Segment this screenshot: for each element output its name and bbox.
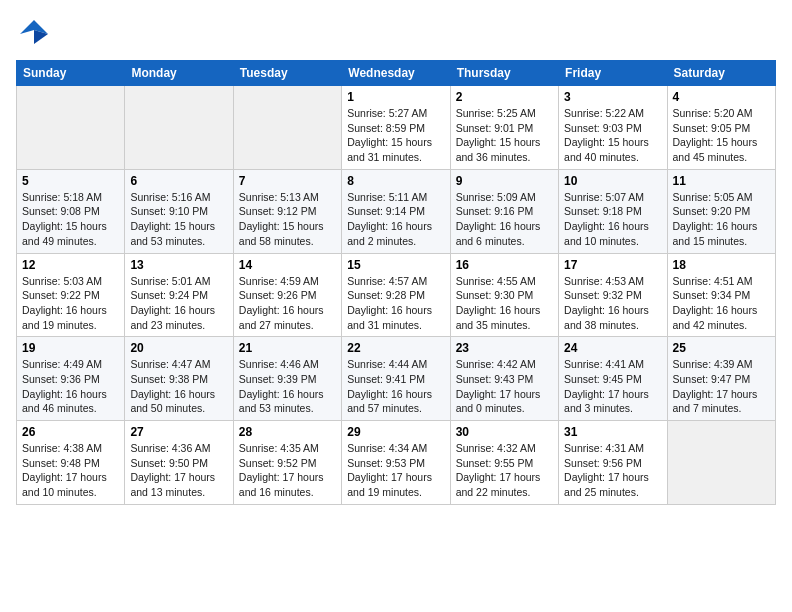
calendar-cell: 22Sunrise: 4:44 AM Sunset: 9:41 PM Dayli… bbox=[342, 337, 450, 421]
calendar-cell: 31Sunrise: 4:31 AM Sunset: 9:56 PM Dayli… bbox=[559, 421, 667, 505]
calendar-cell: 17Sunrise: 4:53 AM Sunset: 9:32 PM Dayli… bbox=[559, 253, 667, 337]
calendar-week-row: 5Sunrise: 5:18 AM Sunset: 9:08 PM Daylig… bbox=[17, 169, 776, 253]
day-content: Sunrise: 5:25 AM Sunset: 9:01 PM Dayligh… bbox=[456, 106, 553, 165]
day-content: Sunrise: 4:57 AM Sunset: 9:28 PM Dayligh… bbox=[347, 274, 444, 333]
day-number: 24 bbox=[564, 341, 661, 355]
calendar-cell: 24Sunrise: 4:41 AM Sunset: 9:45 PM Dayli… bbox=[559, 337, 667, 421]
day-number: 31 bbox=[564, 425, 661, 439]
calendar-cell: 29Sunrise: 4:34 AM Sunset: 9:53 PM Dayli… bbox=[342, 421, 450, 505]
day-content: Sunrise: 5:13 AM Sunset: 9:12 PM Dayligh… bbox=[239, 190, 336, 249]
day-content: Sunrise: 4:39 AM Sunset: 9:47 PM Dayligh… bbox=[673, 357, 770, 416]
day-content: Sunrise: 4:42 AM Sunset: 9:43 PM Dayligh… bbox=[456, 357, 553, 416]
day-number: 12 bbox=[22, 258, 119, 272]
calendar-cell bbox=[125, 86, 233, 170]
day-content: Sunrise: 4:55 AM Sunset: 9:30 PM Dayligh… bbox=[456, 274, 553, 333]
day-number: 6 bbox=[130, 174, 227, 188]
day-number: 22 bbox=[347, 341, 444, 355]
logo-icon bbox=[16, 16, 52, 52]
day-content: Sunrise: 5:11 AM Sunset: 9:14 PM Dayligh… bbox=[347, 190, 444, 249]
day-number: 7 bbox=[239, 174, 336, 188]
day-content: Sunrise: 5:03 AM Sunset: 9:22 PM Dayligh… bbox=[22, 274, 119, 333]
calendar-cell: 30Sunrise: 4:32 AM Sunset: 9:55 PM Dayli… bbox=[450, 421, 558, 505]
page-header bbox=[16, 16, 776, 52]
day-number: 30 bbox=[456, 425, 553, 439]
calendar-cell bbox=[17, 86, 125, 170]
calendar-cell: 26Sunrise: 4:38 AM Sunset: 9:48 PM Dayli… bbox=[17, 421, 125, 505]
calendar-week-row: 19Sunrise: 4:49 AM Sunset: 9:36 PM Dayli… bbox=[17, 337, 776, 421]
calendar-cell: 25Sunrise: 4:39 AM Sunset: 9:47 PM Dayli… bbox=[667, 337, 775, 421]
day-content: Sunrise: 4:49 AM Sunset: 9:36 PM Dayligh… bbox=[22, 357, 119, 416]
calendar-cell: 4Sunrise: 5:20 AM Sunset: 9:05 PM Daylig… bbox=[667, 86, 775, 170]
day-number: 3 bbox=[564, 90, 661, 104]
day-content: Sunrise: 4:41 AM Sunset: 9:45 PM Dayligh… bbox=[564, 357, 661, 416]
day-content: Sunrise: 5:05 AM Sunset: 9:20 PM Dayligh… bbox=[673, 190, 770, 249]
calendar-cell: 14Sunrise: 4:59 AM Sunset: 9:26 PM Dayli… bbox=[233, 253, 341, 337]
calendar-cell: 23Sunrise: 4:42 AM Sunset: 9:43 PM Dayli… bbox=[450, 337, 558, 421]
calendar-cell: 12Sunrise: 5:03 AM Sunset: 9:22 PM Dayli… bbox=[17, 253, 125, 337]
day-number: 8 bbox=[347, 174, 444, 188]
day-content: Sunrise: 4:34 AM Sunset: 9:53 PM Dayligh… bbox=[347, 441, 444, 500]
day-content: Sunrise: 4:46 AM Sunset: 9:39 PM Dayligh… bbox=[239, 357, 336, 416]
day-number: 15 bbox=[347, 258, 444, 272]
day-number: 25 bbox=[673, 341, 770, 355]
day-content: Sunrise: 5:07 AM Sunset: 9:18 PM Dayligh… bbox=[564, 190, 661, 249]
day-number: 2 bbox=[456, 90, 553, 104]
calendar-table: SundayMondayTuesdayWednesdayThursdayFrid… bbox=[16, 60, 776, 505]
day-number: 26 bbox=[22, 425, 119, 439]
day-number: 28 bbox=[239, 425, 336, 439]
day-header-thursday: Thursday bbox=[450, 61, 558, 86]
day-content: Sunrise: 4:38 AM Sunset: 9:48 PM Dayligh… bbox=[22, 441, 119, 500]
day-content: Sunrise: 4:35 AM Sunset: 9:52 PM Dayligh… bbox=[239, 441, 336, 500]
day-content: Sunrise: 4:47 AM Sunset: 9:38 PM Dayligh… bbox=[130, 357, 227, 416]
day-content: Sunrise: 4:51 AM Sunset: 9:34 PM Dayligh… bbox=[673, 274, 770, 333]
calendar-cell: 11Sunrise: 5:05 AM Sunset: 9:20 PM Dayli… bbox=[667, 169, 775, 253]
day-header-saturday: Saturday bbox=[667, 61, 775, 86]
day-content: Sunrise: 5:27 AM Sunset: 8:59 PM Dayligh… bbox=[347, 106, 444, 165]
day-content: Sunrise: 4:53 AM Sunset: 9:32 PM Dayligh… bbox=[564, 274, 661, 333]
day-header-tuesday: Tuesday bbox=[233, 61, 341, 86]
day-number: 16 bbox=[456, 258, 553, 272]
calendar-week-row: 1Sunrise: 5:27 AM Sunset: 8:59 PM Daylig… bbox=[17, 86, 776, 170]
day-number: 4 bbox=[673, 90, 770, 104]
calendar-cell bbox=[233, 86, 341, 170]
day-header-friday: Friday bbox=[559, 61, 667, 86]
day-content: Sunrise: 5:09 AM Sunset: 9:16 PM Dayligh… bbox=[456, 190, 553, 249]
calendar-cell: 1Sunrise: 5:27 AM Sunset: 8:59 PM Daylig… bbox=[342, 86, 450, 170]
day-content: Sunrise: 4:44 AM Sunset: 9:41 PM Dayligh… bbox=[347, 357, 444, 416]
calendar-cell bbox=[667, 421, 775, 505]
calendar-cell: 21Sunrise: 4:46 AM Sunset: 9:39 PM Dayli… bbox=[233, 337, 341, 421]
calendar-week-row: 26Sunrise: 4:38 AM Sunset: 9:48 PM Dayli… bbox=[17, 421, 776, 505]
calendar-cell: 15Sunrise: 4:57 AM Sunset: 9:28 PM Dayli… bbox=[342, 253, 450, 337]
day-number: 10 bbox=[564, 174, 661, 188]
calendar-cell: 6Sunrise: 5:16 AM Sunset: 9:10 PM Daylig… bbox=[125, 169, 233, 253]
calendar-cell: 16Sunrise: 4:55 AM Sunset: 9:30 PM Dayli… bbox=[450, 253, 558, 337]
calendar-cell: 3Sunrise: 5:22 AM Sunset: 9:03 PM Daylig… bbox=[559, 86, 667, 170]
day-number: 17 bbox=[564, 258, 661, 272]
day-number: 18 bbox=[673, 258, 770, 272]
day-content: Sunrise: 4:36 AM Sunset: 9:50 PM Dayligh… bbox=[130, 441, 227, 500]
day-header-monday: Monday bbox=[125, 61, 233, 86]
day-number: 20 bbox=[130, 341, 227, 355]
day-number: 9 bbox=[456, 174, 553, 188]
day-number: 5 bbox=[22, 174, 119, 188]
day-content: Sunrise: 4:31 AM Sunset: 9:56 PM Dayligh… bbox=[564, 441, 661, 500]
day-content: Sunrise: 5:01 AM Sunset: 9:24 PM Dayligh… bbox=[130, 274, 227, 333]
calendar-cell: 13Sunrise: 5:01 AM Sunset: 9:24 PM Dayli… bbox=[125, 253, 233, 337]
day-number: 14 bbox=[239, 258, 336, 272]
calendar-cell: 7Sunrise: 5:13 AM Sunset: 9:12 PM Daylig… bbox=[233, 169, 341, 253]
day-number: 11 bbox=[673, 174, 770, 188]
calendar-cell: 27Sunrise: 4:36 AM Sunset: 9:50 PM Dayli… bbox=[125, 421, 233, 505]
day-number: 19 bbox=[22, 341, 119, 355]
day-number: 27 bbox=[130, 425, 227, 439]
day-content: Sunrise: 4:59 AM Sunset: 9:26 PM Dayligh… bbox=[239, 274, 336, 333]
calendar-cell: 5Sunrise: 5:18 AM Sunset: 9:08 PM Daylig… bbox=[17, 169, 125, 253]
day-content: Sunrise: 5:16 AM Sunset: 9:10 PM Dayligh… bbox=[130, 190, 227, 249]
calendar-cell: 18Sunrise: 4:51 AM Sunset: 9:34 PM Dayli… bbox=[667, 253, 775, 337]
calendar-week-row: 12Sunrise: 5:03 AM Sunset: 9:22 PM Dayli… bbox=[17, 253, 776, 337]
day-header-sunday: Sunday bbox=[17, 61, 125, 86]
day-content: Sunrise: 5:18 AM Sunset: 9:08 PM Dayligh… bbox=[22, 190, 119, 249]
day-number: 21 bbox=[239, 341, 336, 355]
day-number: 23 bbox=[456, 341, 553, 355]
day-content: Sunrise: 5:22 AM Sunset: 9:03 PM Dayligh… bbox=[564, 106, 661, 165]
calendar-cell: 20Sunrise: 4:47 AM Sunset: 9:38 PM Dayli… bbox=[125, 337, 233, 421]
